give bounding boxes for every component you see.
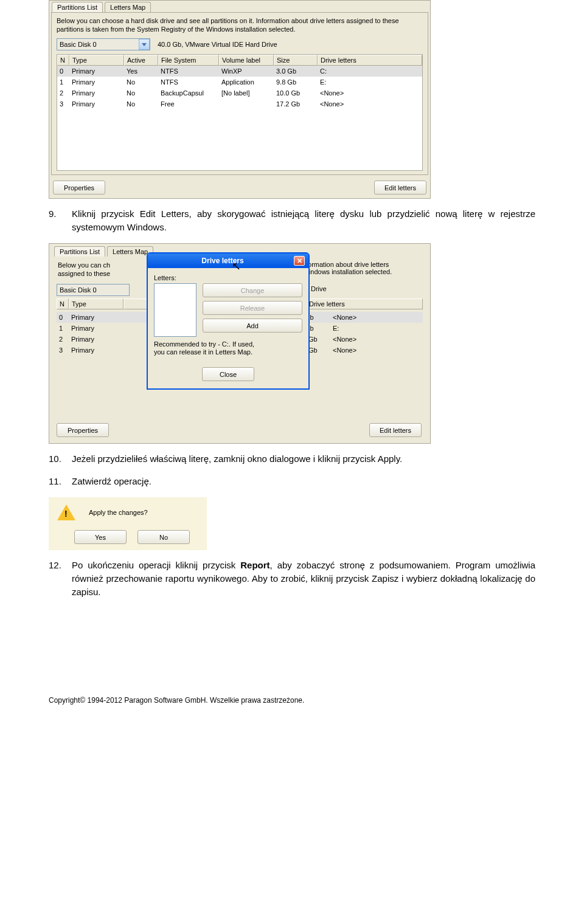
cell-vol — [219, 98, 274, 109]
disk-description-text: 40.0 Gb, VMware Virtual IDE Hard Drive — [158, 41, 277, 48]
tab-body: Below you can choose a hard disk drive a… — [51, 12, 428, 175]
yes-button[interactable]: Yes — [74, 530, 127, 544]
cell-size-fragment: ib — [306, 323, 330, 334]
cell-n: 0 — [57, 312, 69, 323]
cell-fs: NTFS — [158, 77, 219, 88]
tab-partitions-list[interactable]: Partitions List — [54, 246, 105, 257]
col-n[interactable]: N — [57, 55, 69, 66]
cell-type: Primary — [69, 334, 123, 345]
tab-partitions-list[interactable]: Partitions List — [52, 2, 103, 12]
partitions-panel: Partitions List Letters Map Below you ca… — [49, 0, 431, 199]
properties-button[interactable]: Properties — [57, 423, 109, 437]
cell-n: 1 — [57, 323, 69, 334]
properties-button[interactable]: Properties — [53, 181, 105, 195]
col-drive-letters[interactable]: Drive letters — [318, 55, 422, 66]
cell-size: 10.0 Gb — [274, 88, 318, 98]
cell-type: Primary — [69, 77, 124, 88]
disk-combo-value: Basic Disk 0 — [57, 286, 129, 294]
letters-listbox[interactable] — [154, 283, 196, 337]
chevron-down-icon — [142, 43, 147, 46]
cell-fs: Free — [158, 98, 219, 109]
release-button: Release — [203, 301, 302, 315]
cell-type: Primary — [69, 345, 123, 356]
no-button[interactable]: No — [137, 530, 190, 544]
recommendation-text: Recommended to try - C:. If used, you ca… — [154, 340, 263, 356]
col-filesystem[interactable]: File System — [158, 55, 219, 66]
col-size[interactable]: Size — [274, 55, 318, 66]
cell-fs: BackupCapsul — [158, 88, 219, 98]
partitions-table-header: N Type Active File System Volume label S… — [57, 55, 422, 66]
cell-active: Yes — [124, 66, 158, 77]
close-icon[interactable]: ✕ — [294, 256, 305, 266]
cell-drive: <None> — [330, 312, 423, 323]
cell-drive: <None> — [318, 98, 422, 109]
panel-description-left: Below you can ch assigned to these — [58, 261, 137, 278]
cell-type: Primary — [69, 98, 124, 109]
cell-n: 3 — [57, 345, 69, 356]
step-number: 11. — [49, 475, 72, 488]
step-text: Jeżeli przydzieliłeś właściwą literę, za… — [72, 452, 535, 466]
page-footer: Copyright© 1994-2012 Paragon Software Gm… — [49, 696, 535, 705]
panel-description: Below you can choose a hard disk drive a… — [57, 16, 423, 33]
partitions-table: N Type Active File System Volume label S… — [57, 54, 423, 171]
col-active[interactable]: Active — [124, 55, 158, 66]
cell-n: 0 — [57, 66, 69, 77]
step-text: Zatwierdź operację. — [72, 475, 535, 488]
step-12: 12. Po ukończeniu operacji kliknij przyc… — [49, 559, 535, 599]
cell-drive: <None> — [330, 345, 423, 356]
cell-vol: Application — [219, 77, 274, 88]
tab-strip: Partitions List Letters Map — [49, 1, 430, 12]
apply-confirm-panel: Apply the changes? Yes No — [49, 497, 207, 550]
cell-active: No — [124, 77, 158, 88]
close-button[interactable]: Close — [202, 367, 254, 381]
cell-n: 3 — [57, 98, 69, 109]
col-type[interactable]: Type — [69, 55, 124, 66]
edit-letters-button[interactable]: Edit letters — [374, 181, 426, 195]
step-number: 10. — [49, 452, 72, 466]
cell-fs: NTFS — [158, 66, 219, 77]
col-volume-label[interactable]: Volume label — [219, 55, 274, 66]
tab-letters-map[interactable]: Letters Map — [105, 2, 151, 12]
table-row[interactable]: 3 Primary No Free 17.2 Gb <None> — [57, 98, 422, 109]
change-button: Change — [203, 283, 302, 297]
confirm-question: Apply the changes? — [89, 509, 148, 516]
cell-active: No — [124, 88, 158, 98]
disk-combo-button[interactable] — [139, 39, 150, 50]
cell-drive: C: — [318, 66, 422, 77]
table-row[interactable]: 2 Primary No BackupCapsul [No label] 10.… — [57, 88, 422, 98]
table-row[interactable]: 0 Primary Yes NTFS WinXP 3.0 Gb C: — [57, 66, 422, 77]
warning-icon — [56, 505, 77, 520]
step-9: 9. Kliknij przycisk Edit Letters, aby sk… — [49, 207, 535, 234]
drive-text-fragment: Drive — [311, 285, 327, 292]
dialog-titlebar[interactable]: Drive letters ✕ — [148, 253, 308, 268]
cell-drive: <None> — [330, 334, 423, 345]
letters-label: Letters: — [154, 274, 302, 281]
cell-drive: <None> — [318, 88, 422, 98]
dialog-title: Drive letters — [151, 257, 294, 265]
cell-type: Primary — [69, 312, 123, 323]
edit-letters-button[interactable]: Edit letters — [369, 423, 422, 437]
step-number: 12. — [49, 559, 72, 599]
cell-size: 9.8 Gb — [274, 77, 318, 88]
cell-size-fragment: ib — [306, 312, 330, 323]
add-button[interactable]: Add — [203, 319, 302, 333]
disk-combo[interactable]: Basic Disk 0 — [57, 284, 130, 296]
cell-size-fragment: Gb — [306, 334, 330, 345]
col-n[interactable]: N — [57, 298, 69, 309]
cell-type: Primary — [69, 66, 124, 77]
cell-n: 2 — [57, 88, 69, 98]
step-10-11: 10. Jeżeli przydzieliłeś właściwą literę… — [49, 452, 535, 488]
col-type[interactable]: Type — [69, 298, 123, 309]
step-number: 9. — [49, 207, 72, 234]
cell-drive: E: — [330, 323, 423, 334]
cell-n: 1 — [57, 77, 69, 88]
step-text: Po ukończeniu operacji kliknij przycisk … — [72, 559, 535, 599]
cell-size: 3.0 Gb — [274, 66, 318, 77]
cell-size-fragment: Gb — [306, 345, 330, 356]
col-drive-letters[interactable]: Drive letters — [306, 298, 423, 309]
table-row[interactable]: 1 Primary No NTFS Application 9.8 Gb E: — [57, 77, 422, 88]
step-text: Kliknij przycisk Edit Letters, aby skory… — [72, 207, 535, 234]
disk-combo[interactable]: Basic Disk 0 — [57, 38, 150, 50]
cell-vol: WinXP — [219, 66, 274, 77]
partitions-panel-with-dialog: Partitions List Letters Map Below you ca… — [49, 243, 431, 444]
